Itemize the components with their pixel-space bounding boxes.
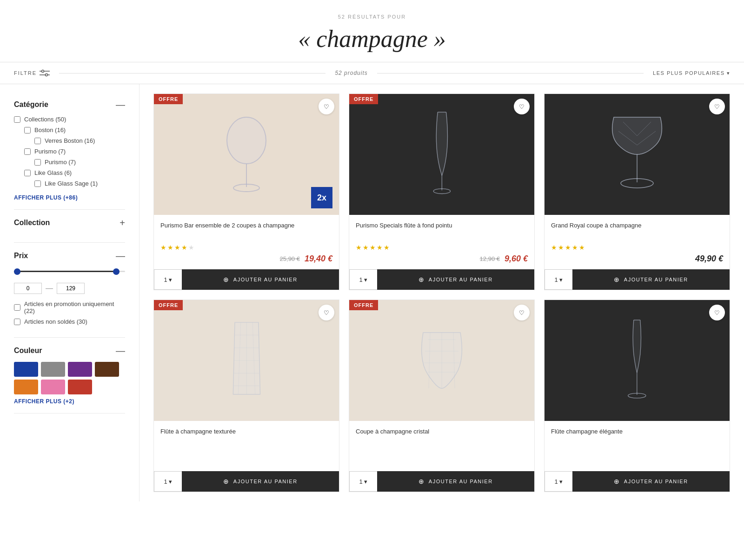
color-swatch-red[interactable] <box>68 380 92 394</box>
qty-select-1[interactable]: 1 ▾ <box>154 269 182 290</box>
checkbox-like-glass-sage[interactable]: Like Glass Sage (1) <box>34 180 125 187</box>
add-to-cart-label-5: AJOUTER AU PANIER <box>429 479 493 484</box>
prix-title: Prix <box>14 252 28 260</box>
product-card-6: ♡ Flûte champagne élégante <box>544 300 730 492</box>
range-fill <box>14 271 120 272</box>
add-to-cart-button-2[interactable]: ⊕ AJOUTER AU PANIER <box>377 269 534 290</box>
star-2: ★ <box>167 244 173 251</box>
product-rating-2: ★ ★ ★ ★ ★ <box>356 244 528 251</box>
sort-dropdown[interactable]: LES PLUS POPULAIRES ▾ <box>653 70 730 76</box>
product-image-1 <box>219 108 274 201</box>
filter-divider-left <box>59 73 326 73</box>
checkbox-like-glass-input[interactable] <box>24 170 31 176</box>
price-max-input[interactable] <box>57 283 85 294</box>
add-to-cart-button-5[interactable]: ⊕ AJOUTER AU PANIER <box>377 471 534 492</box>
checkbox-like-glass[interactable]: Like Glass (6) <box>24 169 125 176</box>
promo-badge-1: 2x <box>311 187 332 208</box>
product-card-5: OFFRE ♡ Co <box>349 300 535 492</box>
checkbox-boston-label: Boston (16) <box>34 127 66 133</box>
checkbox-boston-input[interactable] <box>24 127 31 133</box>
products-area: OFFRE ♡ 2x Purismo Bar ensemble de 2 cou… <box>140 84 744 501</box>
add-to-cart-button-6[interactable]: ⊕ AJOUTER AU PANIER <box>572 471 730 492</box>
svg-point-7 <box>227 117 266 164</box>
range-thumb-left[interactable] <box>14 268 20 275</box>
qty-select-4[interactable]: 1 ▾ <box>154 471 182 492</box>
chevron-down-icon: ▾ <box>727 70 731 76</box>
checkbox-collections-label: Collections (50) <box>24 116 66 123</box>
checkbox-non-promo[interactable]: Articles non soldés (30) <box>14 318 125 325</box>
color-swatch-brown[interactable] <box>95 362 119 377</box>
qty-select-3[interactable]: 1 ▾ <box>545 269 572 290</box>
qty-select-2[interactable]: 1 ▾ <box>349 269 377 290</box>
product-pricing-4 <box>154 453 339 466</box>
checkbox-purismo2-input[interactable] <box>34 159 41 166</box>
checkbox-purismo-input[interactable] <box>24 148 31 155</box>
checkbox-verres-boston-label: Verres Boston (16) <box>45 137 95 144</box>
prix-header[interactable]: Prix — <box>14 251 125 260</box>
price-dash: — <box>46 284 53 293</box>
range-thumb-right[interactable] <box>113 268 120 275</box>
wishlist-button-2[interactable]: ♡ <box>514 99 530 114</box>
product-image-wrap-5: OFFRE ♡ <box>349 300 534 421</box>
product-image-wrap-6: ♡ <box>545 300 730 421</box>
page-header: 52 RÉSULTATS POUR « champagne » <box>0 0 744 62</box>
results-label: 52 RÉSULTATS POUR <box>9 14 735 20</box>
product-image-wrap-4: OFFRE ♡ <box>154 300 339 421</box>
checkbox-boston[interactable]: Boston (16) <box>24 127 125 133</box>
add-to-cart-button-3[interactable]: ⊕ AJOUTER AU PANIER <box>572 269 730 290</box>
price-min-input[interactable] <box>14 283 42 294</box>
color-grid <box>14 362 125 394</box>
wishlist-button-1[interactable]: ♡ <box>319 99 334 114</box>
couleur-header[interactable]: Couleur — <box>14 346 125 355</box>
filter-section-categorie: Catégorie — Collections (50) Boston (16)… <box>14 92 125 210</box>
categorie-header[interactable]: Catégorie — <box>14 100 125 109</box>
color-swatch-orange[interactable] <box>14 380 38 394</box>
product-name-2: Purismo Specials flûte à fond pointu <box>356 221 528 239</box>
product-info-4: Flûte à champagne texturée <box>154 421 339 450</box>
price-inputs: — <box>14 283 125 294</box>
color-swatch-pink[interactable] <box>41 380 65 394</box>
color-swatch-blue[interactable] <box>14 362 38 377</box>
wishlist-button-6[interactable]: ♡ <box>709 305 725 320</box>
checkbox-collections[interactable]: Collections (50) <box>14 116 125 123</box>
cart-icon-3: ⊕ <box>614 276 620 283</box>
range-slider[interactable] <box>14 267 125 276</box>
checkbox-collections-input[interactable] <box>14 116 20 123</box>
wishlist-button-4[interactable]: ♡ <box>319 305 334 320</box>
cart-icon-6: ⊕ <box>614 478 620 485</box>
product-name-6: Flûte champagne élégante <box>551 427 723 445</box>
checkbox-non-promo-input[interactable] <box>14 319 20 325</box>
add-to-cart-button-1[interactable]: ⊕ AJOUTER AU PANIER <box>182 269 339 290</box>
product-name-1: Purismo Bar ensemble de 2 coupes à champ… <box>160 221 332 239</box>
price-regular-3: 49,90 € <box>695 254 723 264</box>
filter-sliders-icon <box>40 69 50 77</box>
qty-select-5[interactable]: 1 ▾ <box>349 471 377 492</box>
checkbox-promo-only[interactable]: Articles en promotion uniquement (22) <box>14 300 125 314</box>
checkbox-purismo2[interactable]: Purismo (7) <box>34 159 125 166</box>
checkbox-non-promo-label: Articles non soldés (30) <box>24 318 87 325</box>
add-to-cart-button-4[interactable]: ⊕ AJOUTER AU PANIER <box>182 471 339 492</box>
add-to-cart-row-5: 1 ▾ ⊕ AJOUTER AU PANIER <box>349 471 534 492</box>
checkbox-promo-only-input[interactable] <box>14 304 20 311</box>
show-more-categorie[interactable]: AFFICHER PLUS (+86) <box>14 194 78 201</box>
qty-select-6[interactable]: 1 ▾ <box>545 471 572 492</box>
show-more-couleur[interactable]: AFFICHER PLUS (+2) <box>14 398 74 405</box>
cart-icon-4: ⊕ <box>223 478 230 485</box>
checkbox-purismo[interactable]: Purismo (7) <box>24 148 125 155</box>
color-swatch-gray[interactable] <box>41 362 65 377</box>
collection-header[interactable]: Collection + <box>14 218 125 227</box>
products-grid: OFFRE ♡ 2x Purismo Bar ensemble de 2 cou… <box>153 93 730 492</box>
checkbox-verres-boston-input[interactable] <box>34 138 41 144</box>
color-swatch-purple[interactable] <box>68 362 92 377</box>
wishlist-button-5[interactable]: ♡ <box>514 305 530 320</box>
checkbox-verres-boston[interactable]: Verres Boston (16) <box>34 137 125 144</box>
add-to-cart-row-3: 1 ▾ ⊕ AJOUTER AU PANIER <box>545 269 730 290</box>
filter-text: FILTRE <box>14 70 37 76</box>
product-pricing-5 <box>349 453 534 466</box>
wishlist-button-3[interactable]: ♡ <box>709 99 725 114</box>
filter-toggle[interactable]: FILTRE <box>14 69 50 77</box>
product-image-4 <box>226 314 268 407</box>
price-sale-1: 19,40 € <box>305 254 332 264</box>
product-info-6: Flûte champagne élégante <box>545 421 730 450</box>
checkbox-like-glass-sage-input[interactable] <box>34 180 41 187</box>
